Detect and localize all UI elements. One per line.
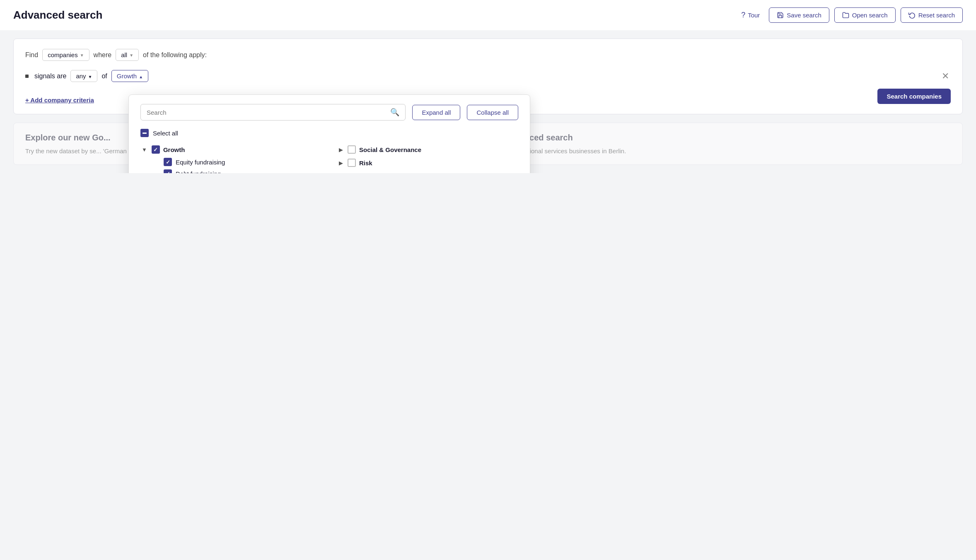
qualifier-chevron-down-icon: [129, 53, 133, 58]
folder-icon: [842, 12, 849, 19]
qualifier-dropdown[interactable]: all: [116, 49, 139, 61]
collapse-all-button[interactable]: Collapse all: [467, 105, 518, 120]
signal-dot-icon: [25, 75, 29, 78]
subcategory-debt-fundraising: Debt fundraising: [164, 168, 321, 173]
save-icon: [777, 12, 784, 19]
tour-button[interactable]: ? Tour: [737, 8, 764, 22]
search-icon: 🔍: [390, 108, 399, 117]
entity-value: companies: [48, 51, 78, 58]
search-companies-button[interactable]: Search companies: [877, 89, 951, 104]
open-search-label: Open search: [852, 12, 888, 19]
of-label: of: [101, 72, 107, 80]
any-dropdown[interactable]: any: [70, 70, 97, 82]
social-governance-checkbox[interactable]: [348, 145, 356, 154]
growth-chevron-up-icon: [139, 72, 143, 80]
question-icon: ?: [741, 11, 745, 19]
equity-fundraising-checkbox[interactable]: [164, 158, 172, 166]
select-all-label: Select all: [153, 130, 178, 137]
expand-all-button[interactable]: Expand all: [412, 105, 460, 120]
signals-label: signals are: [34, 72, 66, 80]
category-social-governance: ▶ Social & Governance: [338, 143, 518, 156]
risk-label: Risk: [359, 159, 372, 167]
reset-icon: [908, 12, 916, 19]
growth-collapse-button[interactable]: ▼: [140, 147, 148, 153]
remove-signal-button[interactable]: ✕: [940, 71, 951, 82]
reset-search-label: Reset search: [918, 12, 955, 19]
growth-subcategories: Equity fundraising Debt fundraising MBO/…: [140, 156, 321, 173]
select-all-row: Select all: [140, 129, 518, 137]
find-label: Find: [25, 51, 38, 59]
growth-value: Growth: [117, 72, 137, 80]
category-growth: ▼ Growth Equity fundraising Debt fundrai…: [140, 143, 321, 173]
any-chevron-down-icon: [88, 72, 92, 80]
header: Advanced search ? Tour Save search Open …: [0, 0, 976, 30]
modal-search-row: 🔍 Expand all Collapse all: [140, 104, 518, 121]
equity-fundraising-label: Equity fundraising: [176, 159, 225, 166]
qualifier-value: all: [121, 51, 127, 58]
main-content: Find companies where all of the followin…: [0, 30, 976, 173]
where-label: where: [94, 51, 112, 59]
info-panel-2-text: ...professional services businesses in B…: [504, 147, 951, 154]
growth-dropdown[interactable]: Growth: [111, 70, 148, 82]
page-title: Advanced search: [13, 9, 737, 22]
social-governance-expand-button[interactable]: ▶: [338, 147, 344, 153]
find-row: Find companies where all of the followin…: [25, 49, 951, 61]
select-all-checkbox[interactable]: [140, 129, 149, 137]
signals-dropdown-modal: 🔍 Expand all Collapse all Select all ▼ G…: [128, 94, 530, 173]
tour-label: Tour: [748, 12, 760, 19]
debt-fundraising-checkbox[interactable]: [164, 169, 172, 173]
suffix-label: of the following apply:: [143, 51, 207, 59]
risk-expand-button[interactable]: ▶: [338, 160, 344, 166]
open-search-button[interactable]: Open search: [834, 7, 896, 23]
growth-checkbox[interactable]: [152, 145, 160, 154]
categories-grid: ▼ Growth Equity fundraising Debt fundrai…: [140, 143, 518, 173]
entity-chevron-down-icon: [80, 53, 84, 58]
subcategory-equity-fundraising: Equity fundraising: [164, 156, 321, 168]
category-social-governance-row: ▶ Social & Governance: [338, 143, 518, 156]
category-growth-row: ▼ Growth: [140, 143, 321, 156]
reset-search-button[interactable]: Reset search: [901, 7, 963, 23]
category-risk: ▶ Risk: [338, 156, 518, 169]
header-actions: ? Tour Save search Open search Reset sea…: [737, 7, 963, 23]
any-value: any: [76, 72, 86, 80]
entity-dropdown[interactable]: companies: [42, 49, 89, 61]
info-panel-2: Advanced search ...professional services…: [492, 123, 963, 165]
signal-row: signals are any of Growth ✕: [25, 70, 951, 82]
save-search-label: Save search: [787, 12, 821, 19]
info-panel-2-title: Advanced search: [504, 133, 951, 142]
categories-left-col: ▼ Growth Equity fundraising Debt fundrai…: [140, 143, 321, 173]
risk-checkbox[interactable]: [348, 159, 356, 167]
growth-label: Growth: [163, 146, 185, 153]
debt-fundraising-label: Debt fundraising: [176, 170, 221, 174]
save-search-button[interactable]: Save search: [769, 7, 829, 23]
modal-search-input[interactable]: [147, 109, 387, 116]
social-governance-label: Social & Governance: [359, 146, 421, 153]
add-criteria-link[interactable]: + Add company criteria: [25, 97, 94, 104]
category-risk-row: ▶ Risk: [338, 156, 518, 169]
categories-right-col: ▶ Social & Governance ▶ Risk: [338, 143, 518, 173]
modal-search-wrap: 🔍: [140, 104, 406, 121]
